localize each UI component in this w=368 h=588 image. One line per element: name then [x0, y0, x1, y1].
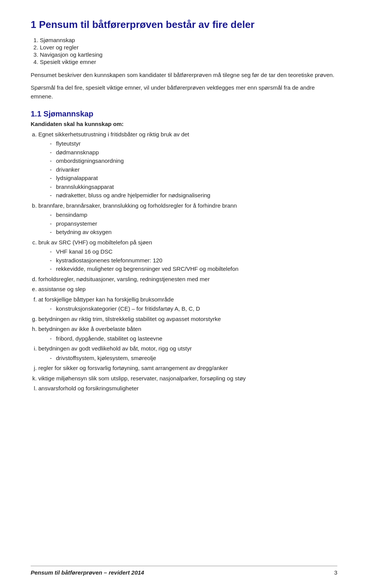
dash-item-b-1: propansystemer: [50, 219, 337, 228]
alpha-item-i: betydningen av godt vedlikehold av båt, …: [38, 344, 337, 362]
dash-item-h-0: fribord, dypgående, stabilitet og lastee…: [50, 334, 337, 343]
footer: Pensum til båtførerprøven – revidert 201…: [31, 566, 337, 576]
footer-page-number: 3: [334, 569, 337, 576]
alpha-item-h-text: betydningen av ikke å overbelaste båten: [38, 326, 141, 332]
alpha-item-j-text: regler for sikker og forsvarlig fortøyni…: [38, 365, 228, 371]
dash-list-a: flyteutstyrdødmannsknappombordstigningsa…: [50, 139, 337, 200]
dash-item-f-0: konstruksjonskategorier (CE) – for friti…: [50, 305, 337, 313]
alpha-item-l: ansvarsforhold og forsikringsmuligheter: [38, 384, 337, 393]
alpha-item-d-text: forholdsregler, nødsituasjoner, varsling…: [38, 276, 210, 282]
alpha-item-g-text: betydningen av riktig trim, tilstrekkeli…: [38, 316, 221, 322]
alpha-list: Egnet sikkerhetsutrustning i fritidsbåte…: [38, 130, 337, 393]
dash-item-b-2: betydning av oksygen: [50, 228, 337, 237]
toc-item-1: Sjømannskap: [40, 37, 337, 43]
dash-item-b-0: bensindamp: [50, 211, 337, 219]
alpha-item-k-text: viktige miljøhensyn slik som utslipp, re…: [38, 375, 246, 382]
dash-list-f: konstruksjonskategorier (CE) – for friti…: [50, 305, 337, 313]
dash-item-a-2: ombordstigningsanordning: [50, 157, 337, 165]
dash-item-a-6: nødraketter, bluss og andre hjelpemidler…: [50, 191, 337, 200]
alpha-item-l-text: ansvarsforhold og forsikringsmuligheter: [38, 385, 139, 391]
alpha-item-e: assistanse og slep: [38, 285, 337, 294]
alpha-item-d: forholdsregler, nødsituasjoner, varsling…: [38, 275, 337, 284]
alpha-item-f-text: at forskjellige båttyper kan ha forskjel…: [38, 296, 174, 303]
alpha-item-g: betydningen av riktig trim, tilstrekkeli…: [38, 315, 337, 324]
dash-list-c: VHF kanal 16 og DSCkystradiostasjonenes …: [50, 247, 337, 274]
dash-list-b: bensindamppropansystemerbetydning av oks…: [50, 211, 337, 237]
footer-title: Pensum til båtførerprøven – revidert 201…: [31, 569, 144, 576]
dash-item-c-0: VHF kanal 16 og DSC: [50, 247, 337, 256]
toc-list: Sjømannskap Lover og regler Navigasjon o…: [40, 37, 337, 65]
toc-item-4: Spesielt viktige emner: [40, 59, 337, 65]
alpha-item-f: at forskjellige båttyper kan ha forskjel…: [38, 295, 337, 313]
dash-item-a-3: drivanker: [50, 165, 337, 174]
dash-item-c-1: kystradiostasjonenes telefonnummer: 120: [50, 256, 337, 265]
alpha-item-a: Egnet sikkerhetsutrustning i fritidsbåte…: [38, 130, 337, 200]
alpha-item-h: betydningen av ikke å overbelaste båtenf…: [38, 325, 337, 343]
candidates-label: Kandidaten skal ha kunnskap om:: [31, 121, 337, 127]
alpha-item-b-text: brannfare, brannårsaker, brannslukking o…: [38, 202, 237, 209]
alpha-item-b: brannfare, brannårsaker, brannslukking o…: [38, 201, 337, 237]
dash-list-i: drivstoffsystem, kjølesystem, smøreolje: [50, 354, 337, 363]
toc-item-2: Lover og regler: [40, 44, 337, 51]
dash-item-a-4: lydsignalapparat: [50, 174, 337, 183]
alpha-item-c-text: bruk av SRC (VHF) og mobiltelefon på sjø…: [38, 239, 152, 246]
dash-item-c-2: rekkevidde, muligheter og begrensninger …: [50, 265, 337, 274]
alpha-item-i-text: betydningen av godt vedlikehold av båt, …: [38, 345, 192, 352]
dash-item-a-1: dødmannsknapp: [50, 148, 337, 157]
section-1-1-heading: 1.1 Sjømannskap: [31, 110, 337, 118]
intro-paragraph-2: Spørsmål fra del fire, spesielt viktige …: [31, 83, 337, 101]
dash-list-h: fribord, dypgående, stabilitet og lastee…: [50, 334, 337, 343]
dash-item-a-0: flyteutstyr: [50, 139, 337, 148]
dash-item-a-5: brannslukkingsapparat: [50, 183, 337, 192]
toc-item-3: Navigasjon og kartlesing: [40, 51, 337, 58]
alpha-item-j: regler for sikker og forsvarlig fortøyni…: [38, 364, 337, 373]
intro-paragraph-1: Pensumet beskriver den kunnskapen som ka…: [31, 70, 337, 79]
alpha-item-a-text: Egnet sikkerhetsutrustning i fritidsbåte…: [38, 131, 189, 138]
alpha-item-e-text: assistanse og slep: [38, 286, 85, 292]
alpha-item-c: bruk av SRC (VHF) og mobiltelefon på sjø…: [38, 238, 337, 274]
page-heading: 1 Pensum til båtførerprøven består av fi…: [31, 18, 337, 31]
alpha-item-k: viktige miljøhensyn slik som utslipp, re…: [38, 374, 337, 383]
dash-item-i-0: drivstoffsystem, kjølesystem, smøreolje: [50, 354, 337, 363]
